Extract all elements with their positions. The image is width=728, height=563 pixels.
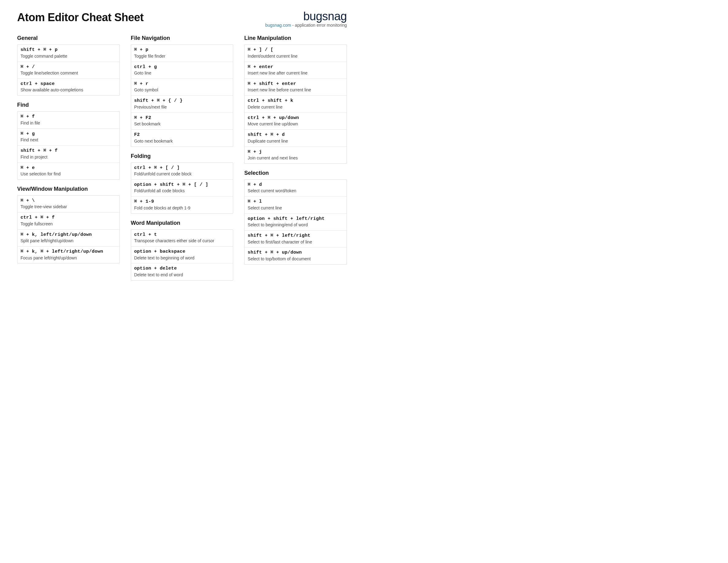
shortcut-row: shift + ⌘ + { / }Previous/next file bbox=[131, 96, 233, 112]
shortcut-row: ⌘ + F2Set bookmark bbox=[131, 113, 233, 130]
section-title: General bbox=[17, 35, 120, 41]
section-title: View/Window Manipulation bbox=[17, 186, 120, 192]
shortcut-desc: Find next bbox=[21, 137, 116, 143]
shortcut-keys: ⌘ + F2 bbox=[134, 115, 230, 121]
shortcut-keys: shift + ⌘ + { / } bbox=[134, 98, 230, 104]
shortcut-keys: shift + ⌘ + p bbox=[21, 47, 116, 53]
shortcut-desc: Toggle command palette bbox=[21, 53, 116, 59]
shortcut-desc: Goto line bbox=[134, 70, 230, 76]
shortcut-desc: Find in project bbox=[21, 154, 116, 160]
section-title: Find bbox=[17, 102, 120, 108]
shortcut-row: option + deleteDelete text to end of wor… bbox=[131, 263, 233, 280]
section-title: Word Manipulation bbox=[131, 220, 233, 226]
shortcut-row: ⌘ + pToggle file finder bbox=[131, 45, 233, 62]
column: Line Manipulation⌘ + ] / [Indent/outdent… bbox=[244, 35, 347, 287]
shortcut-keys: ⌘ + / bbox=[21, 64, 116, 70]
column: Generalshift + ⌘ + pToggle command palet… bbox=[17, 35, 120, 287]
section: Word Manipulationctrl + tTranspose chara… bbox=[131, 220, 233, 280]
shortcut-desc: Toggle line/selection comment bbox=[21, 70, 116, 76]
shortcut-row: ⌘ + k, left/right/up/downSplit pane left… bbox=[17, 230, 119, 246]
shortcut-desc: Fold/unfold current code block bbox=[134, 171, 230, 177]
shortcut-desc: Split pane left/right/up/down bbox=[21, 238, 116, 244]
shortcut-keys: ⌘ + f bbox=[21, 114, 116, 120]
shortcut-table: ctrl + ⌘ + [ / ]Fold/unfold current code… bbox=[131, 162, 233, 214]
shortcut-keys: F2 bbox=[134, 132, 230, 138]
shortcut-row: ⌘ + eUse selection for find bbox=[17, 163, 119, 179]
page-header: Atom Editor Cheat Sheet bugsnag bugsnag.… bbox=[17, 11, 347, 28]
shortcut-keys: option + shift + left/right bbox=[248, 216, 343, 222]
section: Line Manipulation⌘ + ] / [Indent/outdent… bbox=[244, 35, 347, 164]
shortcut-row: ⌘ + \Toggle tree-view sidebar bbox=[17, 196, 119, 212]
shortcut-keys: ⌘ + p bbox=[134, 47, 230, 53]
shortcut-row: ctrl + shift + kDelete current line bbox=[245, 96, 347, 112]
brand-tagline-rest: - application error monitoring bbox=[291, 23, 347, 28]
section-title: Line Manipulation bbox=[244, 35, 347, 41]
section: Find⌘ + fFind in file⌘ + gFind nextshift… bbox=[17, 102, 120, 180]
shortcut-row: option + shift + ⌘ + [ / ]Fold/unfold al… bbox=[131, 180, 233, 196]
shortcut-desc: Insert new line after current line bbox=[248, 70, 343, 76]
brand-tagline: bugsnag.com - application error monitori… bbox=[265, 23, 347, 28]
shortcut-row: ⌘ + rGoto symbol bbox=[131, 79, 233, 96]
shortcut-keys: ⌘ + r bbox=[134, 81, 230, 87]
shortcut-keys: ⌘ + k, left/right/up/down bbox=[21, 232, 116, 238]
shortcut-desc: Previous/next file bbox=[134, 104, 230, 110]
shortcut-row: ⌘ + 1-9Fold code blocks at depth 1-9 bbox=[131, 196, 233, 213]
shortcut-keys: ⌘ + enter bbox=[248, 64, 343, 70]
shortcut-desc: Toggle tree-view sidebar bbox=[21, 204, 116, 210]
shortcut-keys: shift + ⌘ + up/down bbox=[248, 249, 343, 256]
shortcut-keys: shift + ⌘ + left/right bbox=[248, 233, 343, 239]
brand-link[interactable]: bugsnag.com bbox=[265, 23, 291, 28]
shortcut-keys: option + shift + ⌘ + [ / ] bbox=[134, 182, 230, 188]
shortcut-row: ctrl + ⌘ + [ / ]Fold/unfold current code… bbox=[131, 163, 233, 180]
section-title: File Navigation bbox=[131, 35, 233, 41]
shortcut-desc: Select current line bbox=[248, 205, 343, 211]
shortcut-desc: Goto next bookmark bbox=[134, 138, 230, 144]
page-title: Atom Editor Cheat Sheet bbox=[17, 11, 144, 24]
shortcut-table: ⌘ + \Toggle tree-view sidebarctrl + ⌘ + … bbox=[17, 195, 120, 264]
shortcut-row: ⌘ + lSelect current line bbox=[245, 196, 347, 213]
shortcut-keys: shift + ⌘ + d bbox=[248, 132, 343, 138]
shortcut-desc: Delete text to end of word bbox=[134, 272, 230, 278]
shortcut-row: ctrl + gGoto line bbox=[131, 62, 233, 79]
section-title: Selection bbox=[244, 170, 347, 176]
shortcut-row: ctrl + ⌘ + up/downMove current line up/d… bbox=[245, 113, 347, 130]
section: View/Window Manipulation⌘ + \Toggle tree… bbox=[17, 186, 120, 264]
shortcut-row: shift + ⌘ + left/rightSelect to first/la… bbox=[245, 230, 347, 247]
shortcut-keys: ⌘ + e bbox=[21, 165, 116, 171]
shortcut-row: ctrl + spaceShow available auto-completi… bbox=[17, 79, 119, 95]
shortcut-row: shift + ⌘ + dDuplicate current line bbox=[245, 130, 347, 146]
shortcut-desc: Show available auto-completions bbox=[21, 87, 116, 93]
shortcut-row: ⌘ + jJoin current and next lines bbox=[245, 147, 347, 163]
shortcut-row: option + shift + left/rightSelect to beg… bbox=[245, 214, 347, 230]
shortcut-desc: Transpose characters either side of curs… bbox=[134, 238, 230, 244]
shortcut-keys: ctrl + shift + k bbox=[248, 98, 343, 104]
shortcut-row: shift + ⌘ + up/downSelect to top/bottom … bbox=[245, 247, 347, 264]
shortcut-desc: Toggle fullscreen bbox=[21, 221, 116, 227]
shortcut-keys: ctrl + g bbox=[134, 64, 230, 70]
shortcut-table: ⌘ + ] / [Indent/outdent current line⌘ + … bbox=[244, 44, 347, 164]
shortcut-keys: ⌘ + 1-9 bbox=[134, 199, 230, 205]
shortcut-keys: ctrl + t bbox=[134, 232, 230, 238]
shortcut-desc: Duplicate current line bbox=[248, 138, 343, 144]
shortcut-row: ⌘ + /Toggle line/selection comment bbox=[17, 62, 119, 79]
shortcut-desc: Find in file bbox=[21, 120, 116, 126]
shortcut-desc: Join current and next lines bbox=[248, 155, 343, 161]
shortcut-desc: Insert new line before current line bbox=[248, 87, 343, 93]
shortcut-desc: Fold code blocks at depth 1-9 bbox=[134, 205, 230, 211]
shortcut-keys: option + delete bbox=[134, 265, 230, 272]
shortcut-keys: ctrl + space bbox=[21, 81, 116, 87]
shortcut-desc: Use selection for find bbox=[21, 171, 116, 177]
shortcut-desc: Select to top/bottom of document bbox=[248, 256, 343, 262]
shortcut-desc: Toggle file finder bbox=[134, 53, 230, 59]
shortcut-desc: Goto symbol bbox=[134, 87, 230, 93]
shortcut-desc: Delete text to beginning of word bbox=[134, 255, 230, 261]
section-title: Folding bbox=[131, 153, 233, 159]
shortcut-desc: Move current line up/down bbox=[248, 121, 343, 127]
shortcut-desc: Set bookmark bbox=[134, 121, 230, 127]
column: File Navigation⌘ + pToggle file finderct… bbox=[131, 35, 233, 287]
shortcut-table: ⌘ + fFind in file⌘ + gFind nextshift + ⌘… bbox=[17, 111, 120, 180]
shortcut-row: ctrl + ⌘ + fToggle fullscreen bbox=[17, 212, 119, 229]
section: Generalshift + ⌘ + pToggle command palet… bbox=[17, 35, 120, 96]
shortcut-desc: Select to beginning/end of word bbox=[248, 222, 343, 228]
shortcut-row: ⌘ + dSelect current word/token bbox=[245, 180, 347, 196]
